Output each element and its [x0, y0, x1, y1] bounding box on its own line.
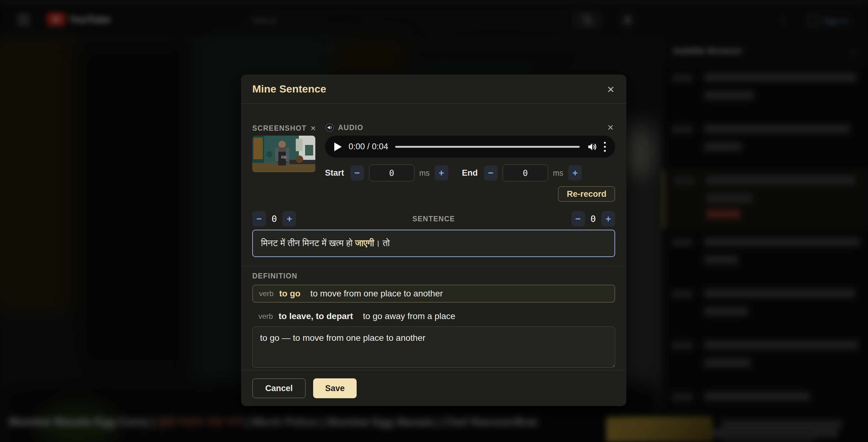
sentence-extend-controls: − 0 + SENTENCE − 0 + [252, 211, 615, 227]
video-screenshot-thumbnail: RB [252, 136, 315, 172]
screen: { "header": { "brand": "YouTube", "searc… [0, 0, 868, 442]
definition-editor[interactable]: to go — to move from one place to anothe… [252, 327, 615, 368]
dialog-footer: Cancel Save [252, 378, 356, 398]
audio-label: AUDIO [338, 124, 364, 132]
definition-option-selected[interactable]: verb to go to move from one place to ano… [252, 285, 615, 303]
player-time: 0:00 / 0:04 [348, 142, 388, 151]
divider [241, 370, 626, 370]
sentence-left-count: 0 [272, 213, 277, 224]
start-label: Start [325, 168, 344, 178]
divider [241, 266, 626, 266]
definition-gloss: to go away from a place [363, 311, 455, 321]
definition-option[interactable]: verb to leave, to depart to go away from… [252, 309, 615, 323]
part-of-speech: verb [259, 289, 274, 298]
player-menu-icon[interactable] [604, 142, 606, 152]
end-label: End [462, 168, 478, 178]
sentence-right-count: 0 [591, 213, 596, 224]
definition-label: DEFINITION [252, 272, 297, 280]
definition-term: to leave, to depart [279, 311, 353, 321]
end-plus-button[interactable]: + [568, 165, 582, 181]
audio-player: 0:00 / 0:04 [325, 136, 615, 158]
speaker-icon [325, 123, 334, 132]
re-record-button[interactable]: Re-record [558, 186, 615, 202]
screenshot-section-label: SCREENSHOT ✕ [252, 124, 316, 133]
dialog-close-button[interactable]: ✕ [603, 82, 618, 97]
screenshot-remove-icon[interactable]: ✕ [310, 125, 316, 133]
end-ms-input[interactable] [503, 165, 548, 181]
svg-text:RB: RB [281, 155, 286, 160]
play-button[interactable] [334, 142, 342, 151]
save-button[interactable]: Save [313, 378, 356, 398]
start-minus-button[interactable]: − [350, 165, 364, 181]
definition-term: to go [279, 289, 301, 299]
sentence-left-plus-button[interactable]: + [282, 211, 296, 227]
start-ms-input[interactable] [369, 165, 414, 181]
dialog-title: Mine Sentence [252, 74, 326, 103]
sentence-right-plus-button[interactable]: + [601, 211, 615, 227]
sentence-left-minus-button[interactable]: − [252, 211, 266, 227]
audio-section-label: AUDIO [325, 123, 364, 132]
sentence-right-minus-button[interactable]: − [571, 211, 585, 227]
start-plus-button[interactable]: + [435, 165, 448, 181]
end-ms-unit: ms [553, 169, 563, 177]
definition-gloss: to move from one place to another [310, 289, 443, 299]
audio-close-icon[interactable]: ✕ [607, 123, 614, 133]
divider [241, 103, 626, 104]
start-ms-unit: ms [420, 169, 430, 177]
cancel-button[interactable]: Cancel [252, 378, 306, 398]
target-word: जाएगी [355, 238, 374, 248]
screenshot-label: SCREENSHOT [252, 124, 307, 133]
sentence-label: SENTENCE [296, 215, 571, 223]
end-minus-button[interactable]: − [484, 165, 498, 181]
clip-range-controls: Start − ms + End − ms + [325, 165, 582, 181]
player-progress-bar[interactable] [395, 146, 580, 148]
sentence-text-box[interactable]: मिनट में तीन मिनट में खत्म हो जाएगी। तो [252, 230, 615, 257]
mine-sentence-dialog: Mine Sentence ✕ SCREENSHOT ✕ AUDIO ✕ [241, 74, 626, 406]
part-of-speech: verb [258, 312, 273, 320]
volume-icon[interactable] [587, 141, 597, 152]
